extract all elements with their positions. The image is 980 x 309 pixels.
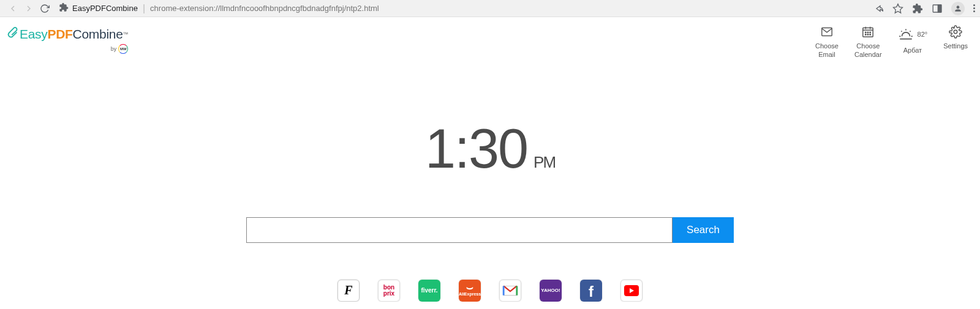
calendar-icon (861, 26, 875, 38)
logo-tm: ™ (123, 31, 129, 37)
shortcut-fiverr[interactable]: fiverr. (418, 280, 440, 302)
svg-rect-2 (938, 5, 941, 12)
shortcut-facebook[interactable]: f (580, 280, 602, 302)
shortcut-youtube[interactable] (620, 280, 643, 302)
bookmark-star-icon[interactable] (892, 3, 903, 14)
shortcut-gmail[interactable] (499, 280, 521, 302)
youtube-icon (624, 285, 639, 296)
page-content: EasyPDFCombine™ by MW Choose Email Choos… (0, 17, 980, 302)
share-icon[interactable] (873, 3, 884, 14)
svg-point-20 (954, 30, 957, 34)
vendor-badge: MW (118, 44, 128, 54)
side-panel-icon[interactable] (932, 3, 943, 14)
choose-calendar-label-2: Calendar (854, 50, 882, 59)
svg-point-9 (868, 32, 869, 32)
search-button[interactable]: Search (673, 217, 734, 243)
weather-widget[interactable]: 82° Арбат (898, 26, 928, 54)
choose-email-label-2: Email (818, 50, 835, 59)
svg-point-10 (870, 32, 870, 32)
search-input[interactable] (246, 217, 673, 243)
svg-point-12 (868, 34, 869, 35)
profile-avatar[interactable] (951, 2, 965, 15)
gear-icon (949, 26, 962, 38)
url-host[interactable]: EasyPDFCombine (72, 4, 138, 13)
url-path[interactable]: chrome-extension://llmdnfncooofhbnpdncgf… (150, 4, 379, 13)
logo-easy: Easy (20, 27, 48, 42)
reload-button[interactable] (37, 1, 53, 17)
svg-point-8 (865, 32, 866, 32)
page-header: EasyPDFCombine™ by MW Choose Email Choos… (0, 17, 980, 59)
back-button[interactable] (5, 1, 21, 17)
search-box: Search (246, 217, 734, 243)
settings-label: Settings (943, 42, 968, 50)
envelope-icon (820, 26, 834, 38)
paperclip-icon (6, 26, 18, 43)
svg-point-13 (870, 34, 870, 35)
sun-icon (898, 26, 914, 43)
extensions-icon[interactable] (912, 3, 923, 14)
svg-point-11 (865, 34, 866, 35)
choose-email-button[interactable]: Choose Email (815, 26, 839, 59)
choose-calendar-button[interactable]: Choose Calendar (854, 26, 882, 59)
clock-time: 1:30 (425, 117, 527, 181)
forward-button[interactable] (21, 1, 37, 17)
shortcut-bonprix[interactable]: bon prix (378, 280, 400, 302)
logo-by: by (111, 46, 117, 52)
choose-email-label-1: Choose (815, 42, 839, 50)
smile-icon: ⌣ (466, 285, 473, 291)
extension-icon (59, 2, 69, 15)
menu-icon[interactable] (973, 4, 975, 12)
logo: EasyPDFCombine™ by MW (6, 26, 128, 54)
choose-calendar-label-1: Choose (856, 42, 880, 50)
settings-button[interactable]: Settings (943, 26, 968, 50)
browser-toolbar: EasyPDFCombine | chrome-extension://llmd… (0, 0, 980, 17)
gmail-icon (502, 285, 518, 297)
clock: 1:30 PM (0, 117, 980, 181)
shortcut-farfetch[interactable]: F (337, 280, 360, 302)
svg-line-17 (901, 31, 902, 32)
shortcut-yahoo[interactable]: YAHOO! (540, 280, 562, 302)
weather-location: Арбат (903, 47, 922, 54)
url-separator: | (143, 3, 145, 14)
clock-ampm: PM (533, 153, 555, 172)
logo-pdf: PDF (48, 27, 73, 42)
shortcut-aliexpress[interactable]: ⌣ AliExpress (459, 280, 481, 302)
svg-line-18 (910, 31, 910, 32)
shortcuts-row: F bon prix fiverr. ⌣ AliExpress YAHOO! f (0, 280, 980, 302)
weather-temp: 82° (918, 31, 928, 38)
logo-combine: Combine (73, 27, 123, 42)
